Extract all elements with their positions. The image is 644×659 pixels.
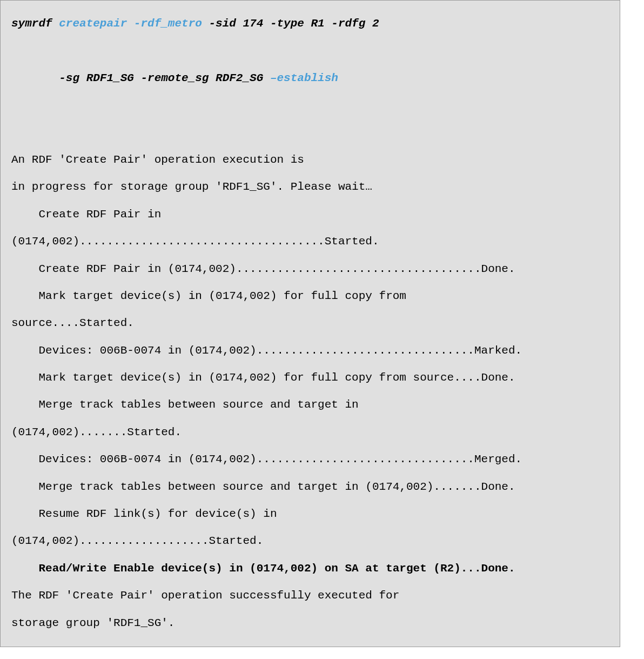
cmd-args-1: -sid 174 -type R1 -rdfg 2 [202,17,379,30]
cmd-establish: –establish [270,72,338,84]
output-line-3: Create RDF Pair in (0174,002)...........… [11,208,379,248]
output-line-14: storage group 'RDF1_SG'. [11,617,175,629]
output-line-9: Devices: 006B-0074 in (0174,002)........… [11,453,522,465]
command-line-2: -sg RDF1_SG -remote_sg RDF2_SG –establis… [11,72,338,84]
cmd-createpair: createpair -rdf_metro [59,17,202,30]
output-line-13: The RDF 'Create Pair' operation successf… [11,589,399,602]
cmd-args-2: -sg RDF1_SG -remote_sg RDF2_SG [11,72,270,84]
output-line-5: Mark target device(s) in (0174,002) for … [11,290,406,329]
cmd-prefix: symrdf [11,17,59,30]
output-line-8: Merge track tables between source and ta… [11,398,359,438]
output-line-11: Resume RDF link(s) for device(s) in (017… [11,508,277,547]
output-line-4: Create RDF Pair in (0174,002)...........… [11,263,515,275]
output-line-10: Merge track tables between source and ta… [11,481,515,493]
output-line-12-readwrite-enable: Read/Write Enable device(s) in (0174,002… [11,562,515,575]
command-line-1: symrdf createpair -rdf_metro -sid 174 -t… [11,17,379,30]
output-line-7: Mark target device(s) in (0174,002) for … [11,371,515,384]
terminal-output-block: symrdf createpair -rdf_metro -sid 174 -t… [0,0,620,647]
output-line-1: An RDF 'Create Pair' operation execution… [11,154,304,166]
output-line-6: Devices: 006B-0074 in (0174,002)........… [11,344,522,357]
output-line-2: in progress for storage group 'RDF1_SG'.… [11,181,372,193]
